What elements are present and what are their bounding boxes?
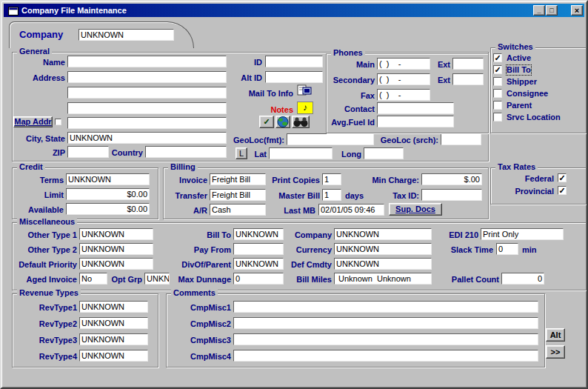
misc-company-input[interactable]: UNKNOWN bbox=[334, 228, 432, 240]
misc-bill-to-input[interactable]: UNKNOWN bbox=[233, 228, 284, 240]
other-type-1-input[interactable]: UNKNOWN bbox=[79, 228, 153, 240]
globe-icon[interactable] bbox=[275, 116, 290, 128]
max-dunnage-input[interactable]: 0 bbox=[233, 273, 284, 285]
more-button[interactable]: >> bbox=[546, 345, 565, 359]
default-priority-input[interactable]: UNKNOWN bbox=[79, 258, 153, 270]
parent-checkbox[interactable] bbox=[493, 101, 502, 110]
tax-id-input[interactable] bbox=[421, 189, 482, 201]
geoloc-fmt-input[interactable] bbox=[287, 133, 374, 145]
revtype3-label: RevType3 bbox=[22, 334, 77, 346]
pay-from-input[interactable] bbox=[233, 243, 284, 255]
active-checkbox[interactable]: ✓ bbox=[493, 53, 502, 62]
close-button[interactable]: × bbox=[571, 5, 583, 16]
id-input[interactable] bbox=[265, 56, 323, 67]
contact-input[interactable] bbox=[377, 102, 454, 114]
opt-grp-input[interactable]: UNKNOWN bbox=[144, 273, 170, 285]
provincial-checkbox[interactable]: ✓ bbox=[558, 186, 567, 195]
minimize-button[interactable]: _ bbox=[533, 5, 545, 16]
default-priority-label: Default Priority bbox=[9, 259, 77, 270]
revtype3-input[interactable]: UNKNOWN bbox=[79, 333, 148, 345]
cmpmisc4-input[interactable] bbox=[233, 350, 538, 362]
sup-docs-button[interactable]: Sup. Docs bbox=[389, 203, 442, 216]
srvc-location-checkbox[interactable] bbox=[493, 113, 502, 122]
phone-secondary-ext-label: Ext bbox=[432, 74, 450, 86]
bill-miles-input[interactable]: Unknown Unknown bbox=[334, 273, 432, 285]
invoice-label: Invoice bbox=[169, 174, 207, 186]
alt-id-label: Alt ID bbox=[231, 72, 262, 84]
notes-icon[interactable]: ♪ bbox=[297, 102, 313, 114]
active-checkbox-label[interactable]: Active bbox=[507, 53, 531, 63]
alt-button[interactable]: Alt bbox=[546, 328, 565, 342]
aged-invoice-input[interactable]: No bbox=[79, 273, 107, 285]
print-copies-input[interactable]: 1 bbox=[322, 173, 341, 185]
invoice-input[interactable]: Freight Bill bbox=[210, 173, 266, 185]
map-addr-input[interactable] bbox=[67, 117, 227, 129]
ar-input[interactable]: Cash bbox=[210, 204, 266, 216]
avg-fuel-id-input[interactable] bbox=[377, 116, 454, 127]
zip-input[interactable] bbox=[67, 146, 109, 158]
alt-id-input[interactable] bbox=[265, 71, 323, 83]
revtype4-input[interactable]: UNKNOWN bbox=[79, 350, 148, 362]
consignee-checkbox-label[interactable]: Consignee bbox=[507, 89, 548, 99]
window-title: Company File Maintenance bbox=[21, 6, 127, 15]
lat-input[interactable] bbox=[269, 147, 333, 159]
edi-210-label: EDI 210 bbox=[440, 229, 478, 241]
shipper-checkbox-label[interactable]: Shipper bbox=[507, 77, 537, 87]
verify-check-icon[interactable]: ✓ bbox=[259, 116, 274, 128]
mail-to-info-icon[interactable] bbox=[297, 84, 312, 98]
revtype1-input[interactable]: UNKNOWN bbox=[79, 301, 148, 313]
city-state-input[interactable]: UNKNOWN bbox=[67, 132, 227, 144]
shipper-checkbox[interactable] bbox=[493, 77, 502, 86]
long-input[interactable] bbox=[364, 147, 404, 159]
address-line2-input[interactable] bbox=[67, 87, 227, 99]
maximize-icon: □ bbox=[549, 7, 553, 14]
consignee-checkbox[interactable] bbox=[493, 89, 502, 98]
company-code-input[interactable]: UNKNOWN bbox=[78, 29, 174, 41]
country-input[interactable] bbox=[145, 146, 227, 158]
l-button[interactable]: L bbox=[235, 147, 247, 159]
fax-input[interactable]: ( ) - bbox=[377, 89, 430, 101]
revtype4-label: RevType4 bbox=[22, 350, 77, 362]
min-charge-input[interactable]: $.00 bbox=[421, 173, 482, 185]
srvc-location-checkbox-label[interactable]: Srvc Location bbox=[507, 113, 561, 122]
other-type-2-input[interactable]: UNKNOWN bbox=[79, 243, 153, 255]
def-cmdty-input[interactable]: UNKNOWN bbox=[334, 258, 432, 270]
parent-checkbox-label[interactable]: Parent bbox=[507, 101, 532, 110]
name-input[interactable] bbox=[67, 56, 227, 67]
currency-input[interactable]: UNKNOWN bbox=[334, 243, 432, 255]
edi-210-input[interactable]: Print Only bbox=[481, 228, 564, 240]
maximize-button[interactable]: □ bbox=[546, 5, 558, 16]
available-input[interactable]: $0.00 bbox=[66, 203, 150, 215]
cmpmisc3-input[interactable] bbox=[233, 333, 538, 345]
phone-secondary-input[interactable]: ( ) - bbox=[377, 73, 430, 85]
cmpmisc1-input[interactable] bbox=[233, 301, 538, 313]
federal-checkbox[interactable]: ✓ bbox=[558, 173, 567, 182]
phone-main-ext-input[interactable] bbox=[452, 58, 484, 70]
min-charge-label: Min Charge: bbox=[367, 174, 419, 186]
slack-time-input[interactable]: 0 bbox=[496, 243, 518, 255]
phone-main-input[interactable]: ( ) - bbox=[377, 58, 430, 70]
zip-label: ZIP bbox=[39, 147, 65, 159]
phones-legend: Phones bbox=[331, 48, 365, 58]
pallet-count-input[interactable]: 0 bbox=[501, 273, 544, 285]
other-type-2-label: Other Type 2 bbox=[15, 244, 77, 256]
address-line3-input[interactable] bbox=[67, 102, 227, 114]
bill-to-checkbox[interactable]: ✓ bbox=[493, 65, 502, 74]
revtype2-input[interactable]: UNKNOWN bbox=[79, 317, 148, 329]
cmpmisc2-input[interactable] bbox=[233, 317, 538, 329]
address-input[interactable] bbox=[67, 71, 227, 83]
last-mb-input[interactable]: 02/01/05 09:46 bbox=[318, 204, 384, 216]
terms-input[interactable]: UNKNOWN bbox=[66, 173, 150, 185]
transfer-input[interactable]: Freight Bill bbox=[210, 189, 266, 201]
binoculars-icon[interactable] bbox=[292, 116, 310, 128]
phone-secondary-ext-input[interactable] bbox=[452, 73, 484, 85]
map-addr-checkbox[interactable] bbox=[55, 119, 61, 125]
pay-from-label: Pay From bbox=[188, 244, 231, 256]
geoloc-srch-input[interactable] bbox=[441, 133, 481, 145]
titlebar[interactable]: Company File Maintenance bbox=[4, 4, 584, 17]
limit-input[interactable]: $0.00 bbox=[66, 188, 150, 200]
master-bill-input[interactable]: 1 bbox=[322, 189, 341, 201]
map-addr-button[interactable]: Map Addr bbox=[13, 116, 53, 127]
bill-to-checkbox-label[interactable]: Bill To bbox=[507, 65, 531, 75]
divof-parent-input[interactable]: UNKNOWN bbox=[233, 258, 284, 270]
